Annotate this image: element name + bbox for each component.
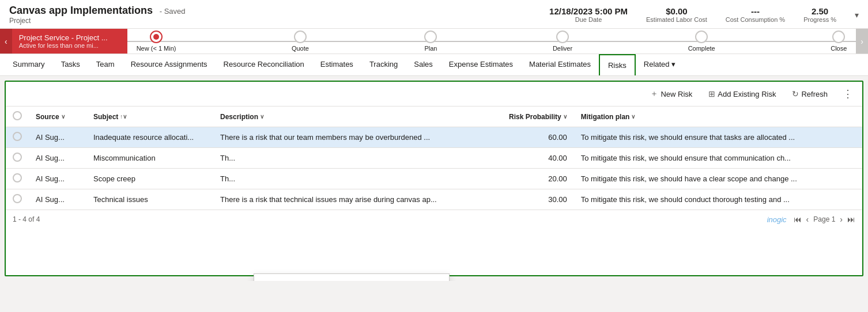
tab-team[interactable]: Team <box>88 54 123 75</box>
row-checkbox[interactable] <box>13 132 22 141</box>
subject-sort-icon: ↑∨ <box>120 113 127 120</box>
new-risk-label: New Risk <box>661 90 692 98</box>
row-mitigation: To mitigate this risk, we should have a … <box>574 169 862 189</box>
description-sort[interactable]: Description ∨ <box>220 113 495 121</box>
next-page-button[interactable]: › <box>840 215 843 224</box>
row-probability: 30.00 <box>502 189 574 210</box>
tab-risks[interactable]: Risks <box>599 54 636 76</box>
progress-step-quote[interactable]: Quote <box>292 31 309 52</box>
row-source: AI Sug... <box>29 189 86 210</box>
table-row[interactable]: AI Sug... Miscommunication Th... 40.00 T… <box>6 148 862 169</box>
progress-value: 2.50 <box>803 6 836 16</box>
stage-subtitle: Active for less than one mi... <box>19 42 120 49</box>
progress-step-plan[interactable]: Plan <box>424 31 437 52</box>
labor-cost-label: Estimated Labor Cost <box>646 16 707 23</box>
mitigation-sort[interactable]: Mitigation plan ∨ <box>581 113 855 121</box>
progress-step-deliver[interactable]: Deliver <box>553 31 572 52</box>
th-source[interactable]: Source ∨ <box>29 106 86 127</box>
description-sort-icon: ∨ <box>260 113 264 120</box>
th-description[interactable]: Description ∨ <box>213 106 502 127</box>
tab-tasks[interactable]: Tasks <box>53 54 88 75</box>
header-subtitle: Project <box>9 17 186 25</box>
refresh-label: Refresh <box>801 90 828 98</box>
source-sort[interactable]: Source ∨ <box>36 113 80 121</box>
header-left: Canvas app Implementations - Saved Proje… <box>9 5 186 25</box>
due-date-value: 12/18/2023 5:00 PM <box>549 6 628 16</box>
navigation-tabs: SummaryTasksTeamResource AssignmentsReso… <box>0 54 868 76</box>
stage-nav-right-button[interactable]: › <box>856 29 868 54</box>
header-chevron-icon[interactable]: ▾ <box>855 10 859 20</box>
tab-tracking[interactable]: Tracking <box>361 54 406 75</box>
table-row[interactable]: AI Sug... Inadequate resource allocati..… <box>6 127 862 148</box>
more-options-icon[interactable]: ⋮ <box>840 87 855 100</box>
th-mitigation[interactable]: Mitigation plan ∨ <box>574 106 862 127</box>
row-probability: 40.00 <box>502 148 574 169</box>
progress-metric: 2.50 Progress % <box>803 6 836 23</box>
tab-summary[interactable]: Summary <box>5 54 53 75</box>
tab-expense-estimates[interactable]: Expense Estimates <box>441 54 521 75</box>
add-existing-label: Add Existing Risk <box>718 90 776 98</box>
row-checkbox[interactable] <box>13 173 22 182</box>
row-checkbox[interactable] <box>13 194 22 203</box>
first-page-button[interactable]: ⏮ <box>794 215 802 224</box>
subject-sort[interactable]: Subject ↑∨ <box>93 113 206 121</box>
row-checkbox-cell <box>6 189 29 210</box>
progress-step-close[interactable]: Close <box>831 31 847 52</box>
tooltip-box: There is a risk that our team members ma… <box>254 273 450 281</box>
tab-material-estimates[interactable]: Material Estimates <box>521 54 599 75</box>
progress-step-complete[interactable]: Complete <box>688 31 715 52</box>
step-circle <box>695 31 708 43</box>
step-label: Complete <box>688 45 715 52</box>
row-description: Th... <box>213 148 502 169</box>
refresh-icon: ↻ <box>792 89 799 98</box>
row-checkbox[interactable] <box>13 153 22 162</box>
tab-resource-assignments[interactable]: Resource Assignments <box>123 54 216 75</box>
table-row[interactable]: AI Sug... Technical issues There is a ri… <box>6 189 862 210</box>
mitigation-sort-icon: ∨ <box>631 113 635 120</box>
add-existing-risk-button[interactable]: ⊞ Add Existing Risk <box>705 87 779 101</box>
main-content: ＋ New Risk ⊞ Add Existing Risk ↻ Refresh… <box>0 76 868 281</box>
th-probability[interactable]: Risk Probability ∨ <box>502 106 574 127</box>
step-circle <box>150 31 163 43</box>
row-source: AI Sug... <box>29 127 86 148</box>
due-date-metric: 12/18/2023 5:00 PM Due Date <box>549 6 628 23</box>
row-mitigation: To mitigate this risk, we should ensure … <box>574 148 862 169</box>
stage-nav-left-button[interactable]: ‹ <box>0 29 12 54</box>
probability-sort[interactable]: Risk Probability ∨ <box>509 113 567 121</box>
last-page-button[interactable]: ⏭ <box>847 215 855 224</box>
stage-indicator[interactable]: Project Service - Project ... Active for… <box>12 29 127 54</box>
row-probability: 60.00 <box>502 127 574 148</box>
row-source: AI Sug... <box>29 169 86 189</box>
add-existing-icon: ⊞ <box>708 89 715 98</box>
tab-sales[interactable]: Sales <box>406 54 441 75</box>
step-circle <box>832 31 845 43</box>
progress-step-new__1_min[interactable]: New (< 1 Min) <box>137 31 176 52</box>
new-risk-button[interactable]: ＋ New Risk <box>647 86 696 101</box>
row-description: There is a risk that technical issues ma… <box>213 189 502 210</box>
refresh-button[interactable]: ↻ Refresh <box>788 87 831 101</box>
row-checkbox-cell <box>6 169 29 189</box>
row-subject: Technical issues <box>86 189 213 210</box>
header-checkbox[interactable] <box>13 111 22 120</box>
th-subject[interactable]: Subject ↑∨ <box>86 106 213 127</box>
table-row[interactable]: AI Sug... Scope creep Th... 20.00 To mit… <box>6 169 862 189</box>
stage-title: Project Service - Project ... <box>19 33 120 42</box>
row-subject: Scope creep <box>86 169 213 189</box>
watermark: inogic <box>767 215 787 224</box>
risks-panel: ＋ New Risk ⊞ Add Existing Risk ↻ Refresh… <box>5 81 863 276</box>
cost-consumption-label: Cost Consumption % <box>726 16 785 23</box>
tab-estimates[interactable]: Estimates <box>312 54 361 75</box>
step-circle <box>294 31 307 43</box>
step-label: Deliver <box>553 45 572 52</box>
risks-footer: 1 - 4 of 4 inogic ⏮ ‹ Page 1 › ⏭ <box>6 210 862 229</box>
row-subject: Miscommunication <box>86 148 213 169</box>
table-header-row: Source ∨ Subject ↑∨ Desc <box>6 106 862 127</box>
page-label: Page 1 <box>813 215 835 223</box>
tab-related[interactable]: Related ▾ <box>636 54 684 75</box>
app-header: Canvas app Implementations - Saved Proje… <box>0 0 868 29</box>
progress-track: New (< 1 Min)QuotePlanDeliverCompleteClo… <box>137 31 847 52</box>
tab-resource-reconciliation[interactable]: Resource Reconciliation <box>216 54 312 75</box>
progress-section: New (< 1 Min)QuotePlanDeliverCompleteClo… <box>127 29 856 54</box>
cost-consumption-value: --- <box>726 6 785 16</box>
prev-page-button[interactable]: ‹ <box>806 215 809 224</box>
